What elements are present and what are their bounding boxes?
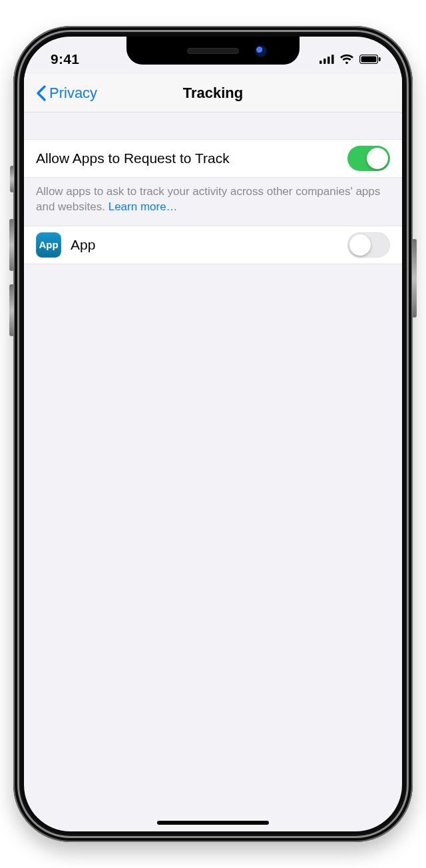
speaker — [187, 48, 239, 54]
cellular-icon — [320, 55, 334, 64]
app-icon-text: App — [39, 239, 58, 250]
svg-rect-3 — [331, 55, 334, 64]
power-button — [412, 239, 417, 318]
app-icon: App — [36, 232, 61, 258]
allow-tracking-footer: Allow apps to ask to track your activity… — [24, 178, 402, 226]
back-label: Privacy — [49, 85, 97, 102]
notch — [126, 37, 300, 65]
front-camera — [256, 46, 266, 57]
volume-up-button — [9, 219, 14, 271]
app-tracking-row: App App — [24, 226, 402, 264]
svg-rect-0 — [320, 61, 322, 64]
chevron-left-icon — [36, 85, 47, 101]
screen: 9:41 — [24, 37, 402, 831]
svg-rect-6 — [379, 57, 381, 61]
svg-rect-5 — [361, 57, 377, 63]
home-indicator[interactable] — [157, 821, 269, 825]
battery-icon — [359, 55, 381, 64]
wifi-icon — [339, 54, 354, 65]
allow-tracking-row: Allow Apps to Request to Track — [24, 139, 402, 178]
svg-rect-2 — [327, 57, 330, 64]
mute-switch — [10, 166, 14, 192]
volume-down-button — [9, 284, 14, 336]
app-tracking-toggle[interactable] — [347, 232, 390, 258]
app-label: App — [71, 237, 347, 253]
iphone-frame: 9:41 — [13, 26, 413, 842]
status-icons — [320, 54, 381, 65]
back-button[interactable]: Privacy — [31, 74, 103, 112]
footer-text: Allow apps to ask to track your activity… — [36, 185, 380, 213]
learn-more-link[interactable]: Learn more… — [108, 200, 178, 213]
svg-rect-1 — [323, 59, 326, 64]
content: Allow Apps to Request to Track Allow app… — [24, 112, 402, 264]
allow-tracking-toggle[interactable] — [347, 146, 390, 171]
page-title: Tracking — [183, 85, 243, 102]
allow-tracking-label: Allow Apps to Request to Track — [36, 150, 347, 166]
nav-bar: Privacy Tracking — [24, 74, 402, 112]
status-time: 9:41 — [51, 51, 79, 67]
